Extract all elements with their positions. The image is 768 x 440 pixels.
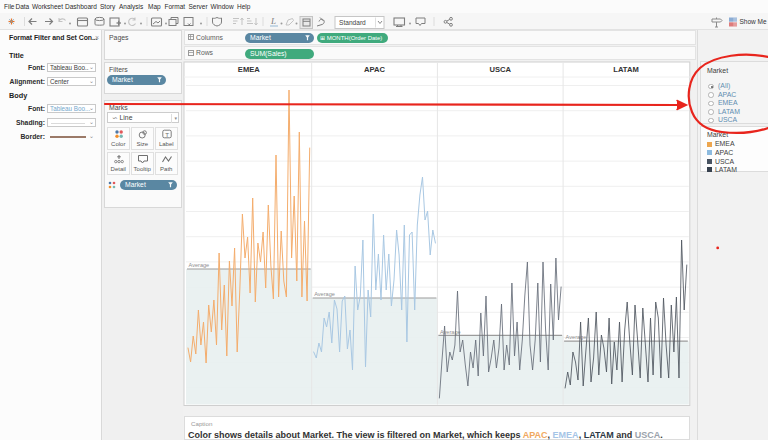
svg-text:T: T xyxy=(165,131,169,138)
svg-text:Show Me: Show Me xyxy=(740,18,767,25)
svg-text:L: L xyxy=(270,16,276,26)
svg-text:Standard: Standard xyxy=(339,19,366,26)
